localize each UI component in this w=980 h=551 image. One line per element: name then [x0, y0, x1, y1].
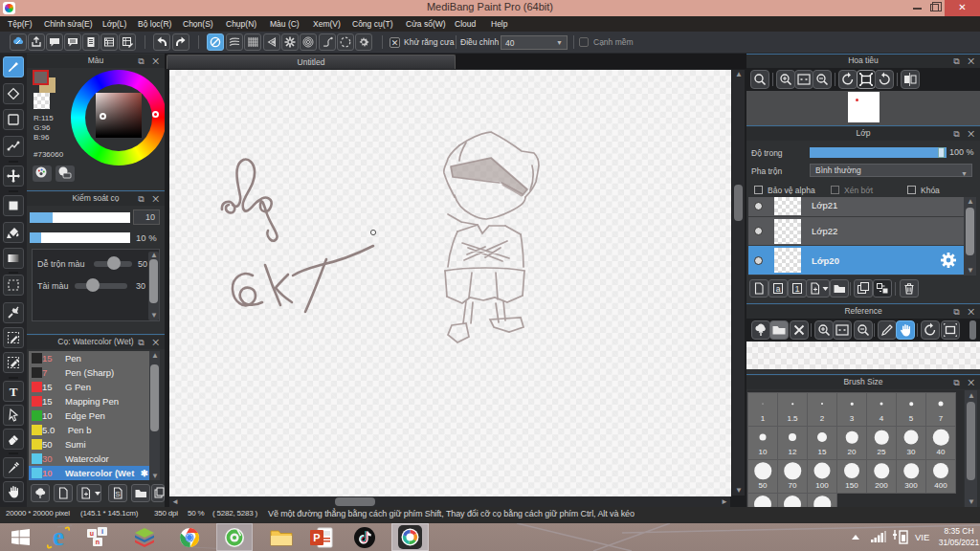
svg-text:T: T [10, 385, 18, 399]
svg-text:u: u [90, 530, 94, 537]
svg-text:i: i [101, 528, 103, 535]
svg-text:1: 1 [795, 284, 800, 294]
svg-text:a: a [776, 284, 781, 294]
svg-text:S: S [115, 490, 120, 498]
svg-text:n: n [96, 539, 100, 545]
svg-text:P: P [313, 532, 320, 543]
